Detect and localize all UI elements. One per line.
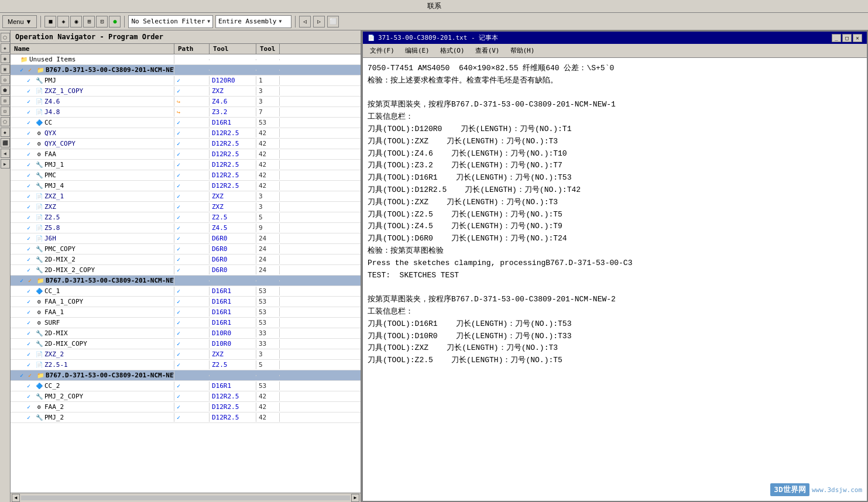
notepad-content[interactable]: 7050-T7451 AMS4050 640×190×82.55 纤维顺640 … — [363, 58, 867, 501]
side-icon-4[interactable]: ▣ — [1, 64, 10, 74]
check-icon: ✓ — [27, 298, 34, 305]
toolbar-icon-7[interactable]: ◁ — [299, 16, 311, 27]
scroll-track[interactable] — [21, 496, 350, 500]
tree-row[interactable]: ✓ ⚙ FAA_1_COPY ✓ D16R1 53 — [11, 297, 361, 307]
toolbar-icon-1[interactable]: ■ — [44, 16, 56, 27]
tree-row[interactable]: ✓ 🔧 PMC_COPY ✓ D6R0 24 — [11, 244, 361, 255]
side-icon-9[interactable]: ⬠ — [1, 117, 10, 126]
tree-row[interactable]: ✓ 🔷 CC_2 ✓ D16R1 53 — [11, 381, 361, 391]
tree-row[interactable]: ✓ 📄 J6H ✓ D6R0 24 — [11, 233, 361, 244]
menu-format[interactable]: 格式(O) — [435, 45, 469, 56]
tree-row[interactable]: ✓ 📄 Z2.5 ✓ Z2.5 5 — [11, 212, 361, 223]
tree-row[interactable]: ✓ 🔧 2D-MIX ✓ D10R0 33 — [11, 328, 361, 339]
row-toolno-cell: 5 — [256, 360, 280, 369]
row-tool-cell: D12R2.5 — [210, 150, 256, 159]
check-icon: ✓ — [27, 193, 34, 200]
row-tool-cell: D120R0 — [210, 76, 256, 85]
row-toolno-cell: 53 — [256, 287, 280, 295]
entire-assembly-dropdown[interactable]: Entire Assembly ▼ — [215, 15, 291, 28]
row-name-cell: ✓ 🔷 CC_1 — [11, 287, 174, 295]
tree-row-group-2[interactable]: ✓ ✓ 📁 B767.D-371-53-00-C3809-201-NCM-NEW… — [11, 276, 361, 286]
side-icon-8[interactable]: ⊡ — [1, 106, 10, 116]
tree-row[interactable]: ✓ 🔧 PMJ ✓ D120R0 1 — [11, 75, 361, 86]
row-path-cell: ✓ — [174, 339, 210, 348]
toolbar-icon-5[interactable]: ⊡ — [96, 16, 108, 27]
tree-row[interactable]: ✓ 🔧 PMJ_2_COPY ✓ D12R2.5 42 — [11, 391, 361, 402]
menu-button[interactable]: Menu ▼ — [2, 15, 37, 28]
check-icon: ✓ — [27, 341, 34, 347]
side-icon-11[interactable]: ⬛ — [1, 138, 10, 147]
bottom-scrollbar[interactable]: ◀ ▶ — [11, 493, 361, 502]
toolbar-icon-6[interactable]: ● — [109, 16, 121, 27]
maximize-button[interactable]: □ — [842, 34, 852, 42]
separator-1 — [40, 16, 41, 27]
group-icon: 📁 — [36, 372, 44, 379]
scroll-right-btn[interactable]: ▶ — [351, 494, 359, 502]
toolbar-icon-4[interactable]: ⊞ — [83, 16, 95, 27]
group-toolno-cell — [256, 280, 280, 281]
tree-row[interactable]: ✓ 📄 Z4.6 ↪ Z4.6 3 — [11, 97, 361, 107]
tree-row[interactable]: ✓ 📄 J4.8 ↪ Z3.2 7 — [11, 107, 361, 118]
tree-row[interactable]: ✓ 📄 ZXZ_2 ✓ ZXZ 3 — [11, 349, 361, 360]
tree-row[interactable]: ✓ 🔷 CC_1 ✓ D16R1 53 — [11, 286, 361, 297]
tree-row[interactable]: ✓ 🔧 2D-MIX_2_COPY ✓ D6R0 24 — [11, 265, 361, 276]
row-path-cell: ✓ — [174, 87, 210, 95]
tree-row[interactable]: ✓ 🔧 PMC ✓ D12R2.5 42 — [11, 170, 361, 181]
toolbar-icon-2[interactable]: ◈ — [57, 16, 69, 27]
toolbar-icon-9[interactable]: ⬜ — [327, 16, 339, 27]
tree-row[interactable]: ✓ 📄 ZXZ_1_COPY ✓ ZXZ 3 — [11, 86, 361, 97]
tree-row[interactable]: ✓ 📄 Z2.5-1 ✓ Z2.5 5 — [11, 360, 361, 370]
notepad-titlebar: 📄 371-53-00-C3809-201.txt - 记事本 _ □ ✕ — [363, 32, 867, 44]
row-toolno-cell: 7 — [256, 108, 280, 116]
tree-row[interactable]: ✓ 🔧 PMJ_1 ✓ D12R2.5 42 — [11, 160, 361, 170]
tree-row[interactable]: ✓ 🔧 PMJ_2 ✓ D12R2.5 42 — [11, 412, 361, 423]
row-tool-cell: D10R0 — [210, 339, 256, 348]
side-icon-12[interactable]: ◀ — [1, 149, 10, 158]
tree-row[interactable]: ✓ ⚙ FAA ✓ D12R2.5 42 — [11, 149, 361, 160]
op-icon: 🔷 — [35, 119, 43, 126]
item-name: ZXZ_1_COPY — [44, 87, 83, 95]
toolbar-icon-3[interactable]: ◉ — [70, 16, 82, 27]
scroll-left-btn[interactable]: ◀ — [12, 494, 20, 502]
tree-row[interactable]: ✓ ⚙ QYX_COPY ✓ D12R2.5 42 — [11, 139, 361, 149]
tree-row[interactable]: ✓ 📄 Z5.8 ✓ Z4.5 9 — [11, 223, 361, 233]
row-path-cell: ✓ — [174, 171, 210, 180]
tree-row[interactable]: ✓ 📄 ZXZ_1 ✓ ZXZ 3 — [11, 191, 361, 202]
menu-file[interactable]: 文件(F) — [365, 45, 399, 56]
side-icon-5[interactable]: ◎ — [1, 75, 10, 84]
tree-row[interactable]: ✓ 🔧 2D-MIX_COPY ✓ D10R0 33 — [11, 339, 361, 349]
menu-help[interactable]: 帮助(H) — [506, 45, 540, 56]
tree-row[interactable]: ✓ ⚙ FAA_1 ✓ D16R1 53 — [11, 307, 361, 318]
side-icon-7[interactable]: ⊞ — [1, 96, 10, 105]
toolbar-icon-8[interactable]: ▷ — [313, 16, 325, 27]
item-name: PMJ — [44, 77, 56, 84]
tree-row[interactable]: ✓ ⚙ FAA_2 ✓ D12R2.5 42 — [11, 402, 361, 412]
tree-row-group-3[interactable]: ✓ ✓ 📁 B767.D-371-53-00-C3809-201-NCM-NEW… — [11, 370, 361, 381]
tree-row[interactable]: ✓ ⚙ QYX ✓ D12R2.5 42 — [11, 128, 361, 139]
menu-edit[interactable]: 编辑(E) — [400, 45, 434, 56]
side-icon-2[interactable]: ◈ — [1, 43, 10, 53]
tree-row[interactable]: ✓ 📄 ZXZ ✓ ZXZ 3 — [11, 202, 361, 212]
side-icon-1[interactable]: ⬡ — [1, 33, 10, 42]
tree-row[interactable]: ✓ 🔷 CC ✓ D16R1 53 — [11, 118, 361, 128]
item-name: PMJ_4 — [44, 182, 64, 190]
tree-row[interactable]: ✓ 🔧 2D-MIX_2 ✓ D6R0 24 — [11, 255, 361, 265]
side-icon-3[interactable]: ◉ — [1, 54, 10, 63]
tree-row[interactable]: ✓ 🔧 PMJ_4 ✓ D12R2.5 42 — [11, 181, 361, 191]
group-path-cell — [174, 375, 210, 376]
row-toolno-cell: 5 — [256, 213, 280, 222]
side-icon-13[interactable]: ▶ — [1, 159, 10, 169]
row-toolno-cell: 3 — [256, 202, 280, 211]
side-icon-10[interactable]: ◆ — [1, 128, 10, 137]
close-button[interactable]: ✕ — [853, 34, 862, 42]
tree-container[interactable]: Name Path Tool Tool 📁 Unused Items — [11, 44, 361, 493]
row-tool-cell: D6R0 — [210, 245, 256, 253]
no-selection-filter-dropdown[interactable]: No Selection Filter ▼ — [128, 15, 213, 28]
tree-row[interactable]: ✓ ⚙ SURF ✓ D16R1 53 — [11, 318, 361, 328]
minimize-button[interactable]: _ — [832, 34, 841, 42]
tree-row-group-1[interactable]: ✓ ✓ 📁 B767.D-371-53-00-C3809-201-NCM-NEW… — [11, 65, 361, 75]
menu-view[interactable]: 查看(V) — [471, 45, 505, 56]
side-icon-6[interactable]: ⬟ — [1, 85, 10, 95]
op-icon: 🔧 — [35, 246, 43, 252]
tree-row[interactable]: 📁 Unused Items — [11, 54, 361, 65]
